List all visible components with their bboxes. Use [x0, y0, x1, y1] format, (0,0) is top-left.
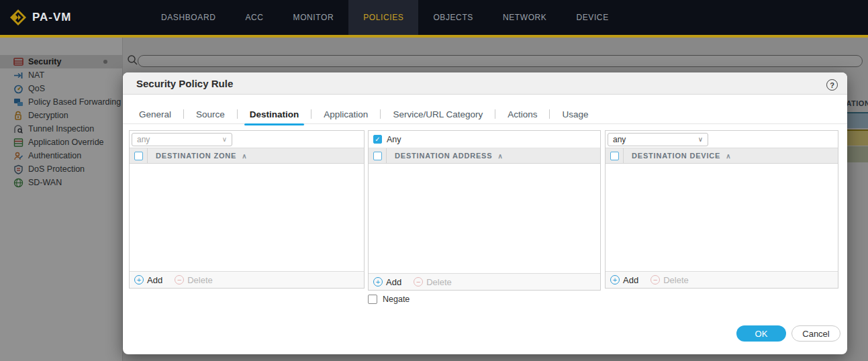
tab-separator — [237, 109, 238, 119]
destination-address-header: DESTINATION ADDRESS ∧ — [369, 148, 600, 164]
any-address-row: ✓ Any — [369, 131, 600, 148]
destination-device-column-label: DESTINATION DEVICE ∧ — [624, 152, 731, 160]
chevron-down-icon: ∨ — [698, 136, 703, 143]
destination-address-panel: ✓ Any DESTINATION ADDRESS ∧ + Add — [368, 130, 601, 291]
negate-checkbox[interactable] — [368, 295, 377, 304]
tab-separator — [549, 109, 550, 119]
tab-general[interactable]: General — [136, 105, 174, 124]
sort-ascending-icon[interactable]: ∧ — [242, 152, 247, 160]
minus-circle-icon: − — [650, 275, 660, 285]
nav-item-acc[interactable]: ACC — [230, 0, 278, 35]
dialog-tabs: General Source Destination Application S… — [123, 105, 847, 124]
plus-circle-icon: + — [134, 275, 144, 285]
column-header-text: DESTINATION ZONE — [156, 152, 236, 160]
zone-footer: + Add − Delete — [130, 271, 364, 288]
delete-label: Delete — [187, 275, 213, 285]
sort-ascending-icon[interactable]: ∧ — [497, 152, 503, 160]
nav-item-monitor[interactable]: MONITOR — [279, 0, 349, 35]
destination-address-column-label: DESTINATION ADDRESS ∧ — [387, 152, 503, 160]
page-background: Security NAT QoS Policy Based Forwarding — [0, 38, 868, 361]
zone-type-select[interactable]: any ∨ — [132, 133, 232, 146]
add-device-button[interactable]: + Add — [610, 275, 638, 285]
destination-zone-panel: any ∨ DESTINATION ZONE ∧ + Add — [129, 130, 365, 289]
zone-type-row: any ∨ — [130, 131, 364, 148]
nav-item-dashboard[interactable]: DASHBOARD — [146, 0, 230, 35]
nav-item-device[interactable]: DEVICE — [561, 0, 623, 35]
destination-zone-column-label: DESTINATION ZONE ∧ — [148, 152, 247, 160]
add-label: Add — [623, 275, 638, 285]
security-policy-rule-dialog: Security Policy Rule ? General Source De… — [123, 72, 847, 354]
nav-menu: DASHBOARD ACC MONITOR POLICIES OBJECTS N… — [146, 0, 624, 35]
select-all-cell — [130, 148, 148, 163]
device-type-select[interactable]: any ∨ — [608, 133, 708, 146]
minus-circle-icon: − — [414, 277, 423, 287]
delete-device-button[interactable]: − Delete — [650, 275, 689, 285]
logo-text: PA-VM — [32, 11, 72, 24]
tab-usage[interactable]: Usage — [559, 105, 591, 124]
dialog-actions: OK Cancel — [736, 325, 840, 342]
select-all-zones-checkbox[interactable] — [134, 152, 143, 160]
tab-separator — [380, 109, 381, 119]
tab-service-url-category[interactable]: Service/URL Category — [390, 105, 485, 124]
add-zone-button[interactable]: + Add — [134, 275, 162, 285]
tab-source[interactable]: Source — [193, 105, 228, 124]
nav-item-network[interactable]: NETWORK — [488, 0, 562, 35]
any-address-label: Any — [387, 135, 401, 144]
destination-zone-header: DESTINATION ZONE ∧ — [130, 148, 364, 164]
dialog-title: Security Policy Rule — [136, 78, 233, 89]
select-all-devices-checkbox[interactable] — [610, 152, 619, 160]
destination-device-header: DESTINATION DEVICE ∧ — [606, 148, 838, 164]
device-footer: + Add − Delete — [606, 271, 838, 288]
destination-address-list[interactable] — [369, 164, 600, 273]
help-icon[interactable]: ? — [826, 79, 838, 91]
any-address-checkbox[interactable]: ✓ — [373, 135, 382, 144]
tab-separator — [495, 109, 495, 119]
tab-destination[interactable]: Destination — [247, 105, 302, 124]
negate-label: Negate — [383, 295, 409, 304]
delete-label: Delete — [426, 277, 452, 287]
select-all-cell — [369, 148, 387, 163]
pa-vm-logo: PA-VM — [0, 0, 134, 35]
cancel-button[interactable]: Cancel — [791, 325, 840, 342]
device-type-row: any ∨ — [606, 131, 838, 148]
destination-device-list[interactable] — [606, 164, 838, 271]
nav-item-objects[interactable]: OBJECTS — [418, 0, 488, 35]
tab-application[interactable]: Application — [321, 105, 371, 124]
select-all-addresses-checkbox[interactable] — [373, 152, 382, 160]
delete-label: Delete — [663, 275, 689, 285]
chevron-down-icon: ∨ — [222, 136, 227, 143]
negate-row: Negate — [368, 295, 409, 304]
destination-device-panel: any ∨ DESTINATION DEVICE ∧ + Add — [605, 130, 838, 289]
ok-button[interactable]: OK — [736, 325, 786, 342]
minus-circle-icon: − — [175, 275, 184, 285]
plus-circle-icon: + — [610, 275, 620, 285]
address-footer: + Add − Delete — [369, 273, 600, 290]
gold-accent-bar — [0, 35, 868, 38]
column-header-text: DESTINATION ADDRESS — [395, 152, 492, 160]
plus-circle-icon: + — [373, 277, 383, 287]
dialog-header: Security Policy Rule — [123, 72, 847, 95]
tab-separator — [183, 109, 184, 119]
column-header-text: DESTINATION DEVICE — [632, 152, 720, 160]
delete-zone-button[interactable]: − Delete — [175, 275, 213, 285]
sort-ascending-icon[interactable]: ∧ — [726, 152, 731, 160]
tab-actions[interactable]: Actions — [505, 105, 540, 124]
add-label: Add — [386, 277, 401, 287]
nav-item-policies[interactable]: POLICIES — [348, 0, 418, 35]
palo-alto-logo-icon — [9, 9, 27, 26]
add-address-button[interactable]: + Add — [373, 277, 401, 287]
zone-type-value: any — [137, 135, 150, 144]
select-all-cell — [606, 148, 624, 163]
add-label: Add — [147, 275, 162, 285]
tab-separator — [311, 109, 311, 119]
top-navbar: PA-VM DASHBOARD ACC MONITOR POLICIES OBJ… — [0, 0, 868, 35]
delete-address-button[interactable]: − Delete — [414, 277, 452, 287]
destination-zone-list[interactable] — [130, 164, 364, 271]
device-type-value: any — [613, 135, 626, 144]
